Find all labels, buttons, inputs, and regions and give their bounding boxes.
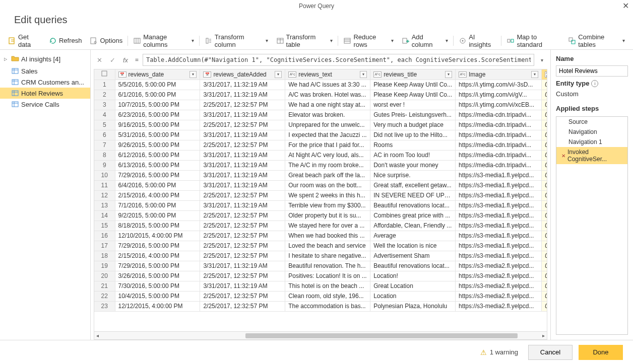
table-row[interactable]: 20 3/26/2016, 5:00:00 PM 2/25/2017, 12:3…: [94, 271, 547, 281]
table-row[interactable]: 15 8/18/2015, 5:00:00 PM 2/25/2017, 12:3…: [94, 221, 547, 231]
row-number[interactable]: 16: [94, 231, 115, 241]
transform-table-button[interactable]: Transform table ▾: [272, 31, 337, 50]
fx-icon[interactable]: fx: [120, 54, 131, 65]
cell-reviews-title[interactable]: Nice surprise.: [370, 170, 456, 180]
cell-reviews-dateadded[interactable]: 3/31/2017, 11:32:19 AM: [200, 80, 285, 90]
cell-reviews-date[interactable]: 6/1/2016, 5:00:00 PM: [115, 90, 200, 100]
cell-reviews-text[interactable]: Our room was on the bott...: [285, 180, 370, 190]
cell-cognitive-score[interactable]: 0.641: [542, 180, 547, 190]
row-number[interactable]: 23: [94, 301, 115, 311]
cell-reviews-text[interactable]: Terrible view from my $300...: [285, 200, 370, 210]
cell-reviews-dateadded[interactable]: 2/25/2017, 12:32:57 PM: [200, 100, 285, 110]
cell-cognitive-score[interactable]: 0.546: [542, 231, 547, 241]
formula-cancel-button[interactable]: ✕: [94, 54, 105, 65]
ai-insights-button[interactable]: AI insights: [455, 31, 500, 50]
cell-image[interactable]: https://i.ytimg.com/vi/gV...: [456, 90, 542, 100]
cell-reviews-date[interactable]: 10/7/2015, 5:00:00 PM: [115, 100, 200, 110]
cell-reviews-text[interactable]: When we had booked this ...: [285, 231, 370, 241]
cell-image[interactable]: https://s3-media2.fl.yelpcd...: [456, 291, 542, 301]
table-corner-button[interactable]: [94, 69, 115, 80]
cell-reviews-dateadded[interactable]: 3/31/2017, 11:32:19 AM: [200, 200, 285, 210]
cell-image[interactable]: https://s3-media2.fl.yelpcd...: [456, 301, 542, 311]
cell-image[interactable]: https://s3-media1.fl.yelpcd...: [456, 170, 542, 180]
table-row[interactable]: 7 9/26/2015, 5:00:00 PM 2/25/2017, 12:32…: [94, 140, 547, 150]
cell-reviews-dateadded[interactable]: 2/25/2017, 12:32:57 PM: [200, 301, 285, 311]
cell-reviews-date[interactable]: 6/23/2016, 5:00:00 PM: [115, 110, 200, 120]
query-item[interactable]: Service Calls: [0, 99, 90, 110]
options-button[interactable]: Options: [86, 35, 126, 47]
cell-reviews-text[interactable]: This hotel is on the beach ...: [285, 281, 370, 291]
cell-reviews-date[interactable]: 7/29/2016, 5:00:00 PM: [115, 170, 200, 180]
cell-reviews-title[interactable]: Average: [370, 231, 456, 241]
cell-reviews-text[interactable]: We spent 2 weeks in this h...: [285, 190, 370, 200]
row-number[interactable]: 13: [94, 200, 115, 210]
cell-reviews-date[interactable]: 3/26/2016, 5:00:00 PM: [115, 271, 200, 281]
query-item[interactable]: CRM Customers an...: [0, 77, 90, 88]
cell-image[interactable]: https://media-cdn.tripadvi...: [456, 120, 542, 130]
cell-reviews-text[interactable]: At Night A/C very loud, als...: [285, 150, 370, 160]
row-number[interactable]: 4: [94, 110, 115, 120]
queries-folder[interactable]: ▷ AI insights [4]: [0, 53, 90, 65]
close-icon[interactable]: ✕: [622, 1, 629, 11]
cell-reviews-title[interactable]: Location!: [370, 271, 456, 281]
cell-cognitive-score[interactable]: 0.565: [542, 160, 547, 170]
cell-image[interactable]: https://s3-media1.fl.yelpcd...: [456, 241, 542, 251]
cell-reviews-text[interactable]: Beautiful renovation. The h...: [285, 261, 370, 271]
cell-cognitive-score[interactable]: 0.389: [542, 130, 547, 140]
applied-step[interactable]: Source: [556, 117, 627, 127]
table-row[interactable]: 11 6/4/2016, 5:00:00 PM 3/31/2017, 11:32…: [94, 180, 547, 190]
query-item[interactable]: Sales: [0, 65, 90, 77]
cell-reviews-date[interactable]: 10/4/2015, 5:00:00 PM: [115, 291, 200, 301]
cell-reviews-dateadded[interactable]: 2/25/2017, 12:32:57 PM: [200, 140, 285, 150]
cell-cognitive-score[interactable]: 0.497: [542, 80, 547, 90]
cell-reviews-title[interactable]: Did not live up to the Hilto...: [370, 130, 456, 140]
cell-reviews-dateadded[interactable]: 3/31/2017, 11:32:19 AM: [200, 130, 285, 140]
cell-cognitive-score[interactable]: 0.577: [542, 271, 547, 281]
cell-image[interactable]: https://s3-media2.fl.yelpcd...: [456, 261, 542, 271]
combine-tables-button[interactable]: Combine tables ▾: [564, 31, 629, 50]
filter-dropdown-icon[interactable]: ▾: [275, 71, 282, 78]
cell-cognitive-score[interactable]: 0.917: [542, 261, 547, 271]
cell-reviews-dateadded[interactable]: 2/25/2017, 12:32:57 PM: [200, 120, 285, 130]
table-row[interactable]: 19 7/29/2016, 5:00:00 PM 3/31/2017, 11:3…: [94, 261, 547, 271]
cell-image[interactable]: https://i.ytimg.com/vi/xcEB...: [456, 100, 542, 110]
cell-reviews-text[interactable]: I expected that the Jacuzzi ...: [285, 130, 370, 140]
cell-image[interactable]: https://s3-media1.fl.yelpcd...: [456, 251, 542, 261]
cell-reviews-dateadded[interactable]: 2/25/2017, 12:32:57 PM: [200, 271, 285, 281]
cell-cognitive-score[interactable]: 0.171: [542, 110, 547, 120]
filter-dropdown-icon[interactable]: ▾: [531, 71, 538, 78]
cell-cognitive-score[interactable]: 0.422: [542, 200, 547, 210]
table-row[interactable]: 23 12/12/2015, 4:00:00 PM 2/25/2017, 12:…: [94, 301, 547, 311]
cell-image[interactable]: https://s3-media1.fl.yelpcd...: [456, 210, 542, 221]
cell-cognitive-score[interactable]: 0.591: [542, 301, 547, 311]
cell-reviews-text[interactable]: The accommodation is bas...: [285, 301, 370, 311]
cell-reviews-date[interactable]: 12/10/2015, 4:00:00 PM: [115, 231, 200, 241]
table-row[interactable]: 16 12/10/2015, 4:00:00 PM 2/25/2017, 12:…: [94, 231, 547, 241]
cancel-button[interactable]: Cancel: [528, 345, 573, 360]
row-number[interactable]: 11: [94, 180, 115, 190]
applied-step[interactable]: Navigation 1: [556, 137, 627, 147]
query-item[interactable]: Hotel Reviews: [0, 88, 90, 99]
cell-reviews-dateadded[interactable]: 2/25/2017, 12:32:57 PM: [200, 251, 285, 261]
cell-reviews-text[interactable]: We had A/C issues at 3:30 ...: [285, 80, 370, 90]
cell-cognitive-score[interactable]: 0.3: [542, 100, 547, 110]
cell-reviews-title[interactable]: AC in room Too loud!: [370, 150, 456, 160]
query-name-input[interactable]: [556, 65, 628, 77]
table-row[interactable]: 17 7/29/2016, 5:00:00 PM 2/25/2017, 12:3…: [94, 241, 547, 251]
cell-image[interactable]: https://s3-media2.fl.yelpcd...: [456, 281, 542, 291]
cell-reviews-dateadded[interactable]: 3/31/2017, 11:32:19 AM: [200, 160, 285, 170]
cell-reviews-title[interactable]: Great staff, excellent getaw...: [370, 180, 456, 190]
filter-dropdown-icon[interactable]: ▾: [360, 71, 367, 78]
cell-reviews-date[interactable]: 5/5/2016, 5:00:00 PM: [115, 80, 200, 90]
scrollbar-thumb[interactable]: [245, 333, 518, 338]
cell-cognitive-score[interactable]: 0.654: [542, 291, 547, 301]
cell-reviews-dateadded[interactable]: 2/25/2017, 12:32:57 PM: [200, 190, 285, 200]
cell-reviews-dateadded[interactable]: 3/31/2017, 11:32:19 AM: [200, 170, 285, 180]
cell-reviews-date[interactable]: 8/18/2015, 5:00:00 PM: [115, 221, 200, 231]
cell-reviews-dateadded[interactable]: 2/25/2017, 12:32:57 PM: [200, 241, 285, 251]
cell-reviews-text[interactable]: We stayed here for over a ...: [285, 221, 370, 231]
applied-step[interactable]: Navigation: [556, 127, 627, 137]
cell-reviews-text[interactable]: Clean room, old style, 196...: [285, 291, 370, 301]
cell-reviews-title[interactable]: Don't waste your money: [370, 160, 456, 170]
cell-reviews-dateadded[interactable]: 2/25/2017, 12:32:57 PM: [200, 231, 285, 241]
